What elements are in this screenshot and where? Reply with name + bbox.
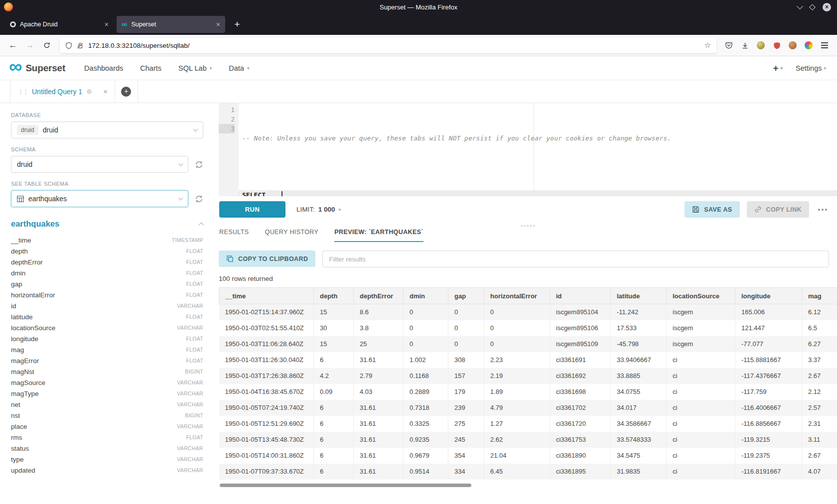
tab-close-icon[interactable]: × — [105, 20, 109, 28]
results-column-header[interactable]: dmin — [404, 288, 448, 304]
extension-icon[interactable] — [785, 38, 800, 53]
schema-column-row[interactable]: longitudeFLOAT — [11, 333, 203, 344]
downloads-icon[interactable] — [737, 38, 752, 53]
schema-column-row[interactable]: depthErrorFLOAT — [11, 256, 203, 267]
superset-logo[interactable]: ∞ Superset — [9, 63, 65, 74]
browser-tab-druid[interactable]: Apache Druid × — [5, 16, 114, 33]
ublock-shield-icon[interactable] — [769, 38, 784, 53]
results-column-header[interactable]: gap — [448, 288, 484, 304]
schema-column-row[interactable]: magErrorFLOAT — [11, 355, 203, 366]
save-as-button[interactable]: SAVE AS — [685, 201, 739, 218]
reload-icon[interactable] — [39, 38, 55, 53]
new-tab-button[interactable]: + — [230, 17, 244, 31]
run-button[interactable]: RUN — [219, 201, 285, 218]
schema-column-row[interactable]: magSourceVARCHAR — [11, 377, 203, 388]
shield-icon[interactable] — [65, 42, 72, 49]
schema-column-row[interactable]: depthFLOAT — [11, 246, 203, 256]
browser-tab-superset[interactable]: ∞ Superset × — [117, 16, 225, 33]
scrollbar-thumb[interactable] — [220, 484, 471, 487]
copy-to-clipboard-button[interactable]: COPY TO CLIPBOARD — [219, 251, 315, 267]
table-select[interactable]: earthquakes — [11, 190, 188, 207]
results-column-header[interactable]: __time — [219, 288, 314, 304]
horizontal-scrollbar[interactable] — [219, 484, 837, 488]
tab-query-history[interactable]: QUERY HISTORY — [265, 229, 319, 241]
results-column-header[interactable]: locationSource — [667, 288, 735, 304]
table-schema-title[interactable]: earthquakes — [11, 219, 59, 229]
results-cell: -116.4006667 — [735, 400, 802, 416]
limit-dropdown[interactable]: LIMIT: 1 000 ▾ — [296, 206, 341, 213]
schema-column-row[interactable]: statusVARCHAR — [11, 443, 203, 454]
menu-icon[interactable] — [817, 38, 832, 53]
schema-column-row[interactable]: netVARCHAR — [11, 399, 203, 410]
schema-column-row[interactable]: gapFLOAT — [11, 278, 203, 289]
column-name: gap — [11, 280, 22, 288]
results-cell: 2.57 — [802, 400, 837, 416]
add-new-button[interactable]: +▾ — [773, 63, 783, 74]
schema-column-row[interactable]: nstBIGINT — [11, 410, 203, 421]
schema-column-row[interactable]: idVARCHAR — [11, 300, 203, 311]
tab-results[interactable]: RESULTS — [219, 229, 249, 241]
schema-column-row[interactable]: updatedVARCHAR — [11, 465, 203, 476]
extension-icon[interactable] — [753, 38, 768, 53]
column-name: dmin — [11, 269, 25, 277]
nav-item-dashboards[interactable]: Dashboards — [84, 64, 123, 72]
results-column-header[interactable]: depth — [314, 288, 354, 304]
collapse-chevron-icon[interactable] — [198, 222, 204, 228]
results-cell: 2.67 — [802, 368, 837, 384]
back-icon[interactable]: ← — [5, 38, 21, 53]
results-column-header[interactable]: latitude — [611, 288, 667, 304]
tab-preview-earthquakes[interactable]: PREVIEW: `EARTHQUAKES` — [334, 229, 423, 242]
url-bar[interactable]: 172.18.0.3:32108/superset/sqllab/ ☆ — [60, 38, 716, 53]
results-cell: ci — [667, 368, 735, 384]
window-minimize-icon[interactable] — [797, 3, 803, 9]
schema-column-row[interactable]: magNstBIGINT — [11, 366, 203, 377]
schema-column-row[interactable]: magTypeVARCHAR — [11, 388, 203, 399]
window-close-icon[interactable]: × — [823, 3, 831, 11]
schema-column-row[interactable]: horizontalErrorFLOAT — [11, 289, 203, 300]
sql-editor[interactable]: 1 2 3 -- Note: Unless you save your quer… — [219, 103, 837, 196]
nav-item-charts[interactable]: Charts — [140, 64, 161, 72]
nav-item-data[interactable]: Data▾ — [229, 64, 249, 72]
column-type: FLOAT — [186, 259, 203, 265]
forward-icon[interactable]: → — [22, 38, 38, 53]
refresh-schema-icon[interactable] — [195, 160, 203, 169]
pane-resize-handle[interactable] — [219, 223, 837, 229]
settings-menu[interactable]: Settings▾ — [796, 64, 826, 72]
schema-column-row[interactable]: rmsFLOAT — [11, 432, 203, 443]
schema-select[interactable]: druid — [11, 156, 188, 173]
schema-column-row[interactable]: __timeTIMESTAMP — [11, 235, 203, 246]
more-options-icon[interactable] — [816, 206, 829, 214]
query-tab-close-icon[interactable]: × — [103, 87, 108, 96]
plus-icon: + — [121, 87, 131, 97]
nav-item-sql-lab[interactable]: SQL Lab▾ — [178, 64, 212, 72]
query-tab[interactable]: ⋮⋮ Untitled Query 1 × — [10, 80, 115, 103]
schema-column-row[interactable]: magFLOAT — [11, 344, 203, 355]
results-cell: 6 — [314, 448, 354, 464]
schema-column-row[interactable]: latitudeFLOAT — [11, 311, 203, 322]
url-text[interactable]: 172.18.0.3:32108/superset/sqllab/ — [88, 42, 189, 49]
filter-results-input[interactable] — [322, 251, 829, 267]
results-column-header[interactable]: horizontalError — [484, 288, 550, 304]
schema-column-row[interactable]: typeVARCHAR — [11, 454, 203, 465]
query-tab-bar: ⋮⋮ Untitled Query 1 × + — [0, 80, 837, 103]
insecure-lock-icon[interactable] — [77, 42, 84, 49]
results-column-header[interactable]: mag — [802, 288, 837, 304]
drag-handle-icon[interactable]: ⋮⋮ — [17, 88, 27, 95]
results-column-header[interactable]: depthError — [354, 288, 404, 304]
schema-column-row[interactable]: placeVARCHAR — [11, 421, 203, 432]
tab-close-icon[interactable]: × — [216, 20, 220, 28]
copy-link-button[interactable]: COPY LINK — [747, 201, 809, 218]
results-column-header[interactable]: id — [550, 288, 611, 304]
results-cell: iscgem — [667, 336, 735, 352]
schema-column-row[interactable]: locationSourceVARCHAR — [11, 322, 203, 333]
results-cell: 2.79 — [354, 368, 404, 384]
window-maximize-icon[interactable] — [809, 4, 816, 10]
extension-icon[interactable] — [801, 38, 816, 53]
schema-column-row[interactable]: dminFLOAT — [11, 267, 203, 278]
results-column-header[interactable]: longitude — [735, 288, 802, 304]
refresh-table-icon[interactable] — [195, 195, 203, 203]
pocket-icon[interactable] — [721, 38, 736, 53]
add-query-tab-button[interactable]: + — [115, 80, 138, 103]
database-select[interactable]: druid druid — [11, 122, 203, 138]
bookmark-star-icon[interactable]: ☆ — [704, 41, 711, 50]
